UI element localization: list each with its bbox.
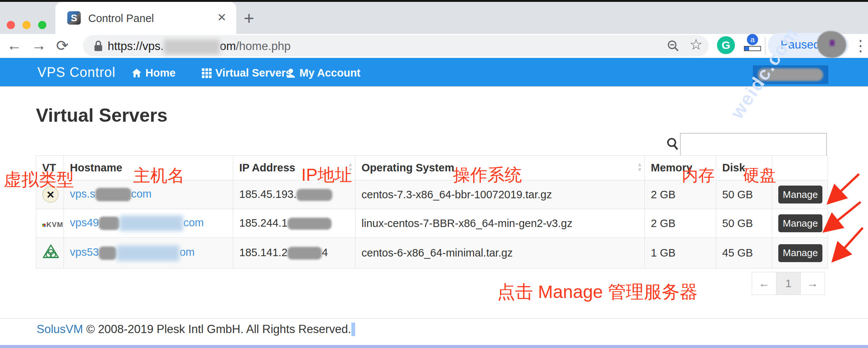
- hostname-link[interactable]: vps.scom: [70, 188, 151, 200]
- next-page-button[interactable]: →: [800, 272, 825, 295]
- grid-icon: [202, 68, 212, 78]
- reload-icon[interactable]: ⟳: [56, 37, 69, 54]
- sync-paused-label: Paused: [781, 38, 820, 52]
- red-arrow-icon: [828, 202, 861, 229]
- url-path: /home.php: [236, 40, 291, 53]
- prev-page-button[interactable]: ←: [752, 272, 776, 295]
- page-title: Virtual Servers: [36, 105, 167, 126]
- forward-icon[interactable]: →: [31, 37, 46, 54]
- zoom-out-icon[interactable]: [667, 40, 680, 52]
- os-cell: centos-6-x86_64-minimal.tar.gz: [355, 238, 645, 268]
- redaction-scribble: [287, 218, 332, 230]
- red-arrow-icon: [831, 174, 859, 200]
- ip-cell: 185.141.24: [233, 238, 355, 268]
- disk-cell: 45 GB: [716, 238, 772, 268]
- col-header-actions: [772, 156, 828, 180]
- search-input[interactable]: [680, 133, 827, 157]
- nav-item-virtual-servers[interactable]: Virtual Servers: [202, 67, 292, 79]
- manage-button[interactable]: Manage: [778, 214, 822, 232]
- annotation-hostname: 主机名: [133, 164, 185, 187]
- footer-divider: [0, 318, 868, 319]
- tab-strip: S Control Panel ✕ +: [0, 2, 868, 34]
- red-arrow-icon: [836, 228, 863, 258]
- redaction-blur: [120, 215, 183, 231]
- back-icon[interactable]: ←: [7, 37, 22, 54]
- hostname-link[interactable]: vps49com: [70, 217, 204, 229]
- avatar[interactable]: [817, 31, 846, 58]
- kvm-icon: KVM: [42, 221, 63, 229]
- redaction-scribble: [99, 217, 120, 230]
- manage-button[interactable]: Manage: [778, 244, 822, 262]
- window-top-edge: [0, 0, 868, 2]
- nav-item-home[interactable]: Home: [132, 67, 176, 79]
- browser-menu-icon[interactable]: ⋮: [853, 37, 868, 54]
- pagination: ← 1 →: [752, 272, 825, 295]
- redaction-scribble: [758, 68, 823, 81]
- redaction-blur: [117, 245, 179, 261]
- url-domain-tail: om: [220, 40, 236, 53]
- browser-toolbar: ← → ⟳ https://vps.om/home.php ☆ G a Pa: [0, 34, 868, 58]
- openvz-icon: [42, 243, 59, 260]
- annotation-vt: 虚拟类型: [4, 168, 74, 192]
- brand-logo[interactable]: VPS Control: [37, 65, 116, 80]
- url-scheme-host: https://vps.: [108, 40, 164, 53]
- url-redacted-blur: [164, 40, 220, 55]
- footer: SolusVM © 2008-2019 Plesk Intl GmbH. All…: [37, 323, 355, 336]
- annotation-os: 操作系统: [453, 164, 522, 187]
- user-menu-redacted[interactable]: [753, 65, 828, 84]
- user-icon: [286, 68, 296, 78]
- browser-tab[interactable]: S Control Panel ✕: [55, 2, 236, 34]
- memory-cell: 2 GB: [645, 209, 716, 238]
- new-tab-button[interactable]: +: [244, 8, 254, 28]
- a-extension-icon[interactable]: a: [744, 34, 761, 56]
- annotation-ip: IP地址: [301, 164, 352, 187]
- redaction-scribble: [95, 188, 131, 201]
- text-selection-caret: [351, 323, 355, 336]
- bottom-edge-strip: [0, 345, 868, 348]
- lock-icon: [93, 40, 104, 52]
- memory-cell: 1 GB: [645, 238, 716, 268]
- current-page[interactable]: 1: [776, 272, 801, 295]
- tab-title: Control Panel: [88, 12, 154, 25]
- annotation-memory: 内存: [682, 164, 715, 186]
- toolbar-separator: [765, 37, 766, 55]
- search-icon: [666, 137, 679, 152]
- address-bar[interactable]: https://vps.om/home.php ☆: [83, 35, 709, 56]
- annotation-manage-tip: 点击 Manage 管理服务器: [497, 280, 698, 304]
- home-icon: [132, 68, 142, 78]
- grammarly-extension-icon[interactable]: G: [717, 36, 735, 54]
- bookmark-star-icon[interactable]: ☆: [689, 36, 703, 53]
- browser-window: S Control Panel ✕ + ← → ⟳ https://vps.om…: [0, 0, 868, 348]
- solusvm-favicon-icon: S: [67, 11, 81, 25]
- redaction-scribble: [287, 247, 322, 260]
- manage-button[interactable]: Manage: [778, 186, 822, 203]
- close-window-button[interactable]: [7, 21, 15, 29]
- hostname-link[interactable]: vps53om: [70, 246, 195, 258]
- copyright-text: © 2008-2019 Plesk Intl GmbH. All Rights …: [86, 323, 351, 336]
- os-cell: linux-centos-7-BBR-x86_64-min-gen2-v3.gz: [355, 209, 645, 238]
- close-tab-icon[interactable]: ✕: [217, 11, 227, 24]
- table-row: KVM vps49com 185.244.1 linux-centos-7-BB…: [36, 209, 828, 238]
- table-row: vps53om 185.141.24 centos-6-x86_64-minim…: [36, 238, 828, 268]
- solusvm-link[interactable]: SolusVM: [37, 323, 83, 336]
- disk-cell: 50 GB: [716, 209, 772, 238]
- minimize-window-button[interactable]: [22, 21, 31, 29]
- redaction-scribble: [99, 246, 117, 260]
- nav-item-my-account[interactable]: My Account: [286, 67, 360, 79]
- app-navbar: VPS Control Home Virtual Servers My Acco…: [0, 58, 868, 87]
- redaction-scribble: [296, 189, 332, 201]
- ip-cell: 185.244.1: [233, 209, 355, 238]
- sort-icon[interactable]: ▲▼: [637, 162, 642, 172]
- zoom-window-button[interactable]: [38, 21, 46, 29]
- url-text: https://vps.om/home.php: [108, 40, 290, 55]
- annotation-disk: 硬盘: [743, 164, 776, 186]
